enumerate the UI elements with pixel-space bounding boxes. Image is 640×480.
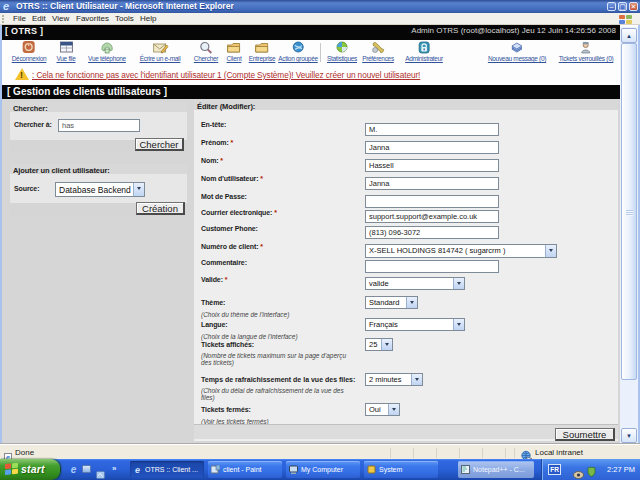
svg-text:e: e [135, 465, 140, 474]
